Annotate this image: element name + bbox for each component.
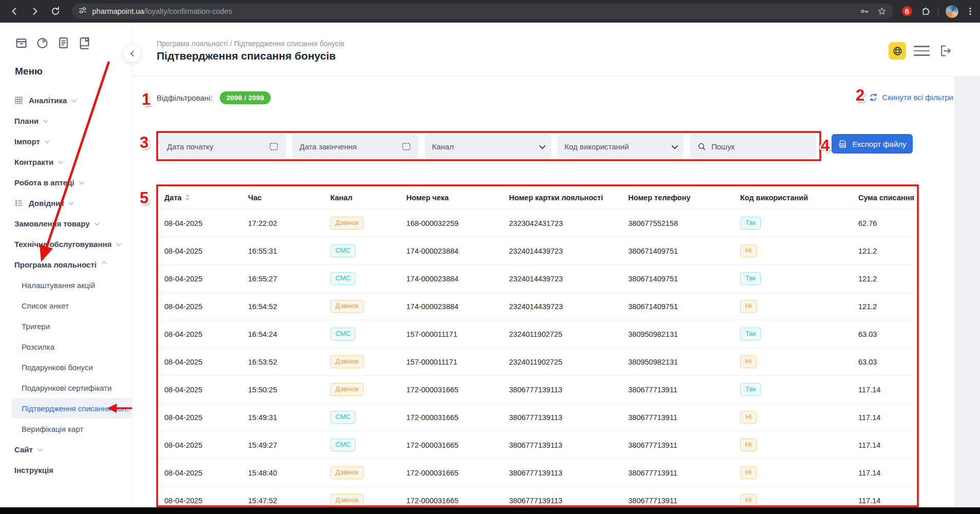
search-input[interactable]: Пошук bbox=[690, 135, 816, 158]
column-header-receipt: Номер чека bbox=[399, 194, 502, 202]
language-globe-button[interactable] bbox=[889, 42, 906, 60]
cell-time: 17:22:02 bbox=[241, 219, 323, 227]
chevron-up-icon bbox=[102, 261, 107, 266]
sidebar-item-label: Замовлення товару bbox=[14, 219, 90, 228]
sidebar-item[interactable]: Програма лояльності bbox=[0, 254, 131, 275]
cell-receipt: 157-000011171 bbox=[399, 330, 502, 338]
sidebar-item[interactable]: Розсилка bbox=[0, 336, 131, 357]
reload-icon[interactable] bbox=[49, 5, 62, 18]
sidebar-item[interactable]: Налаштування акцій bbox=[0, 275, 131, 295]
cell-amount: 63.03 bbox=[851, 330, 917, 338]
cell-time: 15:49:27 bbox=[241, 441, 323, 449]
url-bar[interactable]: pharmapoint.ua/loyalty/confirmation-code… bbox=[72, 4, 893, 19]
search-icon bbox=[697, 142, 707, 151]
sidebar-item[interactable]: Тригери bbox=[0, 316, 131, 336]
channel-placeholder: Канал bbox=[432, 142, 539, 151]
chevron-down-icon bbox=[43, 118, 48, 123]
sidebar-item-label: Програма лояльності bbox=[14, 260, 97, 269]
date-start-field[interactable]: Дата початку bbox=[160, 135, 286, 158]
cell-date: 08-04-2025 bbox=[157, 247, 241, 255]
chevron-down-icon bbox=[45, 138, 50, 143]
browser-toolbar: pharmapoint.ua/loyalty/confirmation-code… bbox=[0, 0, 980, 23]
logout-icon[interactable] bbox=[937, 43, 953, 59]
book-icon[interactable] bbox=[78, 36, 91, 50]
column-header-date[interactable]: Дата bbox=[157, 194, 241, 202]
sidebar-item-label: Технічне обслуговування bbox=[14, 240, 111, 249]
sidebar-item-label: Подарункові сертифікати bbox=[22, 384, 111, 392]
sidebar-item[interactable]: Подарункові сертифікати bbox=[0, 377, 131, 398]
archive-box-icon[interactable] bbox=[14, 36, 28, 50]
sidebar-item[interactable]: Плани bbox=[0, 110, 131, 131]
sidebar-item[interactable]: Замовлення товару bbox=[0, 213, 131, 234]
sidebar-item[interactable]: Інструкція bbox=[0, 460, 131, 480]
cell-card: 2324011902725 bbox=[502, 358, 621, 366]
table-row: 08-04-2025 16:54:52 Дзвінок 174-00002388… bbox=[157, 293, 917, 320]
date-end-field[interactable]: Дата закінчення bbox=[292, 135, 419, 158]
cell-date: 08-04-2025 bbox=[157, 275, 241, 283]
sidebar-item[interactable]: Контракти bbox=[0, 151, 131, 172]
back-icon[interactable] bbox=[8, 5, 21, 18]
code-used-select[interactable]: Код використаний bbox=[557, 135, 684, 158]
cell-date: 08-04-2025 bbox=[157, 330, 241, 338]
cell-phone: 380677713911 bbox=[621, 441, 733, 449]
pie-chart-icon[interactable] bbox=[35, 36, 49, 50]
confirmation-codes-table: Дата Час Канал Номер чека Номер картки л… bbox=[157, 186, 917, 507]
main-panel: Програма лояльності / Підтвердження спис… bbox=[132, 23, 980, 507]
channel-select[interactable]: Канал bbox=[425, 135, 551, 158]
reset-filters-link[interactable]: Скинути всі фільтри bbox=[869, 92, 953, 102]
cell-date: 08-04-2025 bbox=[157, 358, 241, 366]
cell-date: 08-04-2025 bbox=[157, 302, 241, 311]
code-used-badge: Так bbox=[740, 217, 761, 230]
document-icon[interactable] bbox=[56, 36, 70, 50]
cell-receipt: 172-000031665 bbox=[399, 469, 502, 477]
sidebar-item[interactable]: Робота в аптеці bbox=[0, 172, 131, 193]
cell-date: 08-04-2025 bbox=[157, 413, 241, 422]
extensions-icon[interactable] bbox=[920, 6, 931, 17]
browser-menu-icon[interactable] bbox=[966, 7, 975, 16]
sidebar-item[interactable]: Подарункові бонуси bbox=[0, 357, 131, 377]
sidebar-item[interactable]: Імпорт bbox=[0, 131, 131, 151]
grid-icon bbox=[14, 96, 23, 105]
sidebar-item[interactable]: Сайт bbox=[0, 439, 131, 460]
password-key-icon[interactable] bbox=[859, 6, 870, 16]
profile-avatar[interactable] bbox=[945, 5, 959, 18]
export-file-button[interactable]: Експорт файлу bbox=[832, 134, 913, 154]
filtered-counter: Відфільтровані: 2098 / 2098 bbox=[157, 91, 271, 104]
bookmark-star-icon[interactable] bbox=[877, 6, 887, 16]
site-settings-icon[interactable] bbox=[78, 6, 87, 17]
sidebar-item-label: Сайт bbox=[14, 445, 33, 454]
cell-card: 2324014439723 bbox=[502, 302, 621, 311]
cell-phone: 380677713911 bbox=[621, 469, 733, 477]
table-body: 08-04-2025 17:22:02 Дзвінок 168-00003225… bbox=[157, 210, 917, 507]
cell-time: 16:54:52 bbox=[241, 302, 323, 311]
cell-receipt: 174-000023884 bbox=[399, 302, 502, 311]
channel-badge: Дзвінок bbox=[330, 466, 364, 479]
channel-badge: СМС bbox=[330, 328, 355, 340]
sidebar-item[interactable]: Верифікація карт bbox=[0, 418, 131, 439]
sidebar-item[interactable]: Технічне обслуговування bbox=[0, 234, 131, 254]
cell-time: 16:53:52 bbox=[241, 358, 323, 366]
adblock-extension-icon[interactable] bbox=[901, 5, 913, 17]
chevron-down-icon bbox=[69, 200, 74, 205]
cell-phone: 380677552158 bbox=[621, 219, 733, 227]
channel-badge: Дзвінок bbox=[330, 217, 364, 230]
forward-icon[interactable] bbox=[28, 5, 42, 18]
cell-receipt: 172-000031665 bbox=[399, 413, 502, 422]
sidebar-item[interactable]: Аналітика bbox=[0, 90, 131, 110]
cell-card: 3806777139113 bbox=[502, 441, 621, 449]
url-text: pharmapoint.ua/loyalty/confirmation-code… bbox=[92, 7, 232, 15]
table-row: 08-04-2025 16:55:31 СМС 174-000023884 23… bbox=[157, 237, 917, 265]
sidebar-item[interactable]: Підтвердження списання бон.. bbox=[11, 398, 131, 418]
channel-badge: СМС bbox=[330, 411, 355, 424]
hamburger-menu-icon[interactable] bbox=[914, 46, 930, 56]
sidebar-collapse-button[interactable] bbox=[123, 44, 141, 63]
sidebar-item[interactable]: Довідник bbox=[0, 193, 131, 213]
sidebar-item[interactable]: Список анкет bbox=[0, 295, 131, 316]
cell-date: 08-04-2025 bbox=[157, 386, 241, 394]
cell-date: 08-04-2025 bbox=[157, 441, 241, 449]
cell-receipt: 168-000032259 bbox=[399, 219, 502, 227]
table-row: 08-04-2025 15:47:52 Дзвінок 172-00003166… bbox=[157, 487, 917, 507]
code-used-badge: Ні bbox=[740, 439, 757, 451]
sidebar-item-label: Подарункові бонуси bbox=[22, 363, 93, 372]
table-row: 08-04-2025 15:49:27 СМС 172-000031665 38… bbox=[157, 431, 917, 459]
